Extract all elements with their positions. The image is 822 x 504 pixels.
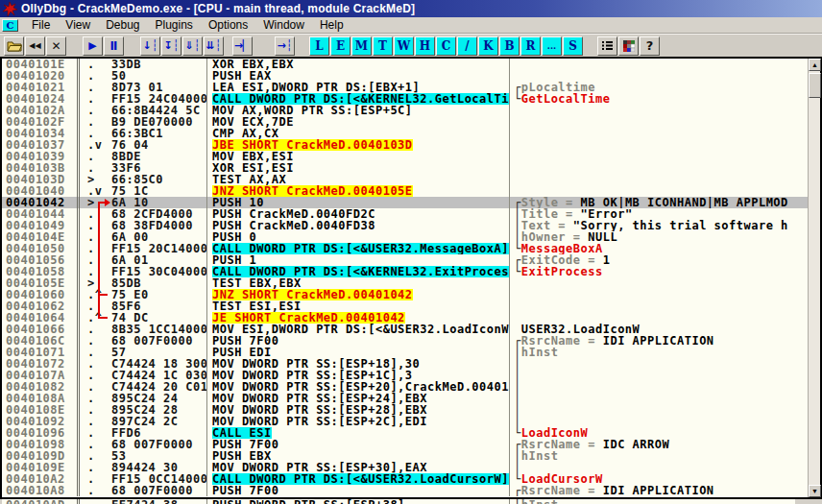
menu-item-plugins[interactable]: Plugins bbox=[148, 17, 201, 33]
disasm-row[interactable]: 00401092.897C24 2CMOV DWORD PTR SS:[ESP+… bbox=[2, 416, 808, 427]
run-trace-button[interactable]: ... bbox=[542, 36, 562, 56]
title-bar[interactable]: OllyDbg - CrackMeDemo.exe - [CPU - main … bbox=[0, 0, 822, 17]
letter-M-icon: M bbox=[355, 39, 368, 53]
disasm-row[interactable]: 004010A8.68 007F0000PUSH 7F00┌RsrcName =… bbox=[2, 485, 808, 496]
threads-button[interactable]: T bbox=[373, 36, 393, 56]
restart-button[interactable]: ◀◀ bbox=[25, 36, 45, 56]
menu-item-debug[interactable]: Debug bbox=[98, 17, 147, 33]
instruction-cell: PUSH 7F00 bbox=[207, 439, 510, 450]
scrollbar[interactable]: ▲ ▼ bbox=[808, 59, 820, 497]
menu-item-help[interactable]: Help bbox=[312, 17, 351, 33]
animate-into-button[interactable]: ⇓┆ bbox=[182, 36, 203, 56]
disasm-row[interactable]: 0040108A.895C24 24MOV DWORD PTR SS:[ESP+… bbox=[2, 393, 808, 404]
flow-flag: . bbox=[87, 300, 95, 312]
references-button[interactable]: R bbox=[520, 36, 541, 56]
address-cell: 00401034 bbox=[2, 128, 80, 139]
address-cell: 0040103D bbox=[2, 174, 80, 185]
disasm-row[interactable]: 0040109E.894424 30MOV DWORD PTR SS:[ESP+… bbox=[2, 462, 808, 473]
disasm-row[interactable]: 0040103D>66:85C0TEST AX,AX bbox=[2, 174, 808, 185]
disasm-row[interactable]: 00401049.68 38FD4000PUSH CrackMeD.0040FD… bbox=[2, 220, 808, 231]
disasm-row[interactable]: 00401060.^75 E0JNZ SHORT CrackMeD.004010… bbox=[2, 289, 808, 300]
comment-cell bbox=[510, 105, 808, 116]
disasm-row[interactable]: 00401020.50PUSH EAX bbox=[2, 70, 808, 82]
menu-item-options[interactable]: Options bbox=[201, 17, 255, 33]
disasm-row[interactable]: 00401044.68 2CFD4000PUSH CrackMeD.0040FD… bbox=[2, 208, 808, 220]
disasm-row[interactable]: 0040106C.68 007F0000PUSH 7F00┌RsrcName =… bbox=[2, 335, 808, 347]
disasm-row[interactable]: 0040108E.895C24 28MOV DWORD PTR SS:[ESP+… bbox=[2, 404, 808, 416]
disasm-row[interactable]: 00401037.v76 04JBE SHORT CrackMeD.004010… bbox=[2, 139, 808, 151]
disasm-row[interactable]: 0040102A.66:8B4424 5CMOV AX,WORD PTR SS:… bbox=[2, 105, 808, 116]
disasm-row[interactable]: 00401071.57PUSH EDI│hInst bbox=[2, 347, 808, 358]
step-into-button[interactable]: ↓┆ bbox=[140, 36, 160, 56]
disasm-row[interactable]: 00401039.8BDEMOV EBX,ESI bbox=[2, 151, 808, 162]
flow-flag: . bbox=[87, 416, 95, 427]
disasm-row[interactable]: 0040104E.6A 00PUSH 0│hOwner = NULL bbox=[2, 231, 808, 243]
address-cell: 00401049 bbox=[2, 220, 80, 231]
disasm-row[interactable]: 00401082.C74424 20 C0104000MOV DWORD PTR… bbox=[2, 381, 808, 393]
scroll-thumb[interactable] bbox=[809, 73, 821, 98]
pause-button[interactable]: Ⅱ bbox=[104, 36, 124, 56]
disasm-row[interactable]: 004010AD.FF7424 38PUSH DWORD PTR SS:[ESP… bbox=[2, 499, 795, 504]
menu-item-file[interactable]: File bbox=[24, 17, 58, 33]
goto-button[interactable]: →┆ bbox=[275, 36, 295, 56]
disasm-row[interactable]: 00401072.C74424 18 30000000MOV DWORD PTR… bbox=[2, 358, 808, 370]
execute-till-return-button[interactable]: →▏ bbox=[232, 36, 253, 56]
menu-item-view[interactable]: View bbox=[58, 17, 98, 33]
animate-over-button[interactable]: ⇊┆ bbox=[204, 36, 224, 56]
windows-button[interactable]: W bbox=[394, 36, 414, 56]
breakpoints-button[interactable]: B bbox=[499, 36, 520, 56]
disasm-row[interactable]: 00401096.FFD6CALL ESI└LoadIconW bbox=[2, 427, 808, 439]
comment-cell: ┌RsrcName = IDI_APPLICATION bbox=[510, 485, 808, 496]
letter-R-icon: R bbox=[526, 39, 536, 53]
executables-button[interactable]: E bbox=[330, 36, 351, 56]
cpu-window-button[interactable]: C bbox=[436, 36, 456, 56]
memory-map-button[interactable]: M bbox=[351, 36, 372, 56]
disasm-row[interactable]: 00401058.FF15 30C04000CALL DWORD PTR DS:… bbox=[2, 266, 808, 277]
slash-icon: / bbox=[465, 39, 469, 53]
handles-button[interactable]: H bbox=[415, 36, 435, 56]
run-button[interactable]: ▶ bbox=[83, 36, 103, 56]
disasm-row[interactable]: 00401040.v75 1CJNZ SHORT CrackMeD.004010… bbox=[2, 185, 808, 197]
disasm-row[interactable]: 00401066.8B35 1CC14000MOV ESI,DWORD PTR … bbox=[2, 324, 808, 335]
disasm-row[interactable]: 00401042>6A 10PUSH 10┌Style = MB_OK|MB_I… bbox=[2, 197, 808, 208]
instruction-cell: MOV DWORD PTR SS:[ESP+18],30 bbox=[207, 358, 510, 370]
animate-into-icon: ⇓┆ bbox=[185, 39, 201, 52]
comment-cell bbox=[510, 139, 808, 151]
disasm-row[interactable]: 00401098.68 007F0000PUSH 7F00┌RsrcName =… bbox=[2, 439, 808, 450]
comment-cell: └LoadCursorW bbox=[510, 473, 808, 485]
disasm-row[interactable]: 0040102F.B9 DE070000MOV ECX,7DE bbox=[2, 116, 808, 128]
scroll-down-button[interactable]: ▼ bbox=[809, 485, 821, 497]
disasm-row[interactable]: 00401021.8D73 01LEA ESI,DWORD PTR DS:[EB… bbox=[2, 82, 808, 93]
disasm-row[interactable]: 0040103B.33F6XOR ESI,ESI bbox=[2, 162, 808, 174]
disasm-panel: 0040101E.33DBXOR EBX,EBX00401020.50PUSH … bbox=[0, 57, 822, 499]
disasm-row[interactable]: 004010A2.FF15 0CC14000CALL DWORD PTR DS:… bbox=[2, 473, 808, 485]
instruction-cell: CALL DWORD PTR DS:[<&KERNEL32.GetLocalTi… bbox=[207, 93, 510, 105]
appearance-button[interactable] bbox=[618, 36, 639, 56]
close-button[interactable]: ✕ bbox=[46, 36, 66, 56]
disasm-row[interactable]: 0040101E.33DBXOR EBX,EBX bbox=[2, 59, 808, 70]
source-button[interactable]: S bbox=[563, 36, 583, 56]
help-button[interactable]: ? bbox=[640, 36, 660, 56]
menu-item-window[interactable]: Window bbox=[255, 17, 312, 33]
flow-flag: . bbox=[87, 404, 95, 416]
call-stack-button[interactable]: K bbox=[478, 36, 498, 56]
step-over-button[interactable]: ↧┆ bbox=[161, 36, 181, 56]
disasm-row[interactable]: 0040109D.53PUSH EBX│hInst bbox=[2, 450, 808, 462]
flow-flag: > bbox=[87, 277, 95, 289]
log-window-button[interactable]: L bbox=[309, 36, 329, 56]
open-file-button[interactable] bbox=[4, 36, 24, 56]
instruction-cell: MOV DWORD PTR SS:[ESP+24],EBX bbox=[207, 393, 510, 404]
disasm-row[interactable]: 00401056.6A 01PUSH 1┌ExitCode = 1 bbox=[2, 254, 808, 266]
disasm-row[interactable]: 00401064.^74 DCJE SHORT CrackMeD.0040104… bbox=[2, 312, 808, 324]
disasm-row[interactable]: 0040105E>85DBTEST EBX,EBX bbox=[2, 277, 808, 289]
opcode-cell: .8D73 01 bbox=[80, 82, 207, 93]
cpu-child-window-icon[interactable]: C bbox=[2, 19, 18, 32]
scroll-up-button[interactable]: ▲ bbox=[809, 59, 821, 71]
disasm-row[interactable]: 00401024.FF15 24C04000CALL DWORD PTR DS:… bbox=[2, 93, 808, 105]
disasm-row[interactable]: 00401062.85F6TEST ESI,ESI bbox=[2, 300, 808, 312]
breakpoint-options-button[interactable] bbox=[597, 36, 617, 56]
disasm-row[interactable]: 0040107A.C74424 1C 03000000MOV DWORD PTR… bbox=[2, 370, 808, 381]
disasm-row[interactable]: 00401050.FF15 20C14000CALL DWORD PTR DS:… bbox=[2, 243, 808, 254]
disasm-row[interactable]: 00401034.66:3BC1CMP AX,CX bbox=[2, 128, 808, 139]
patches-button[interactable]: / bbox=[457, 36, 477, 56]
